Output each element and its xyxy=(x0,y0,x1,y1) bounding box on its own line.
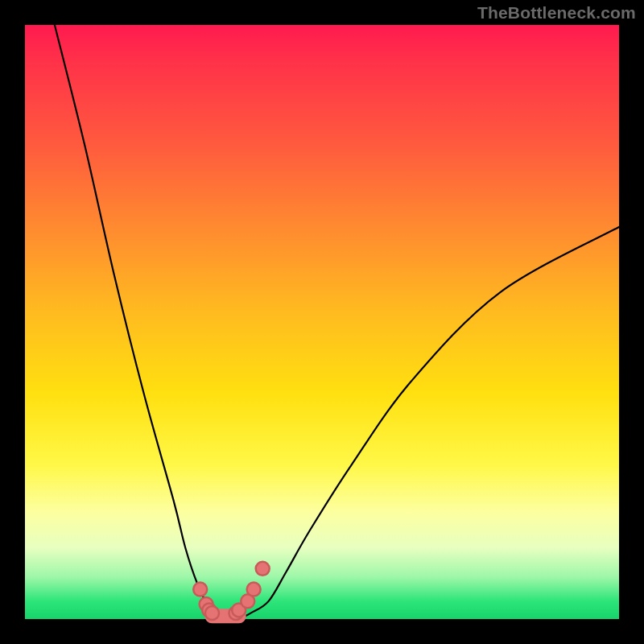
bottleneck-curve xyxy=(55,25,619,620)
marker-point xyxy=(193,583,207,597)
curve-layer xyxy=(25,25,619,619)
marker-point xyxy=(205,606,219,620)
marker-point xyxy=(247,583,261,597)
marker-point xyxy=(256,562,270,576)
watermark-text: TheBottleneck.com xyxy=(477,3,636,23)
plot-area xyxy=(25,25,619,619)
near-zero-markers xyxy=(193,562,269,620)
chart-frame: TheBottleneck.com xyxy=(0,0,644,644)
